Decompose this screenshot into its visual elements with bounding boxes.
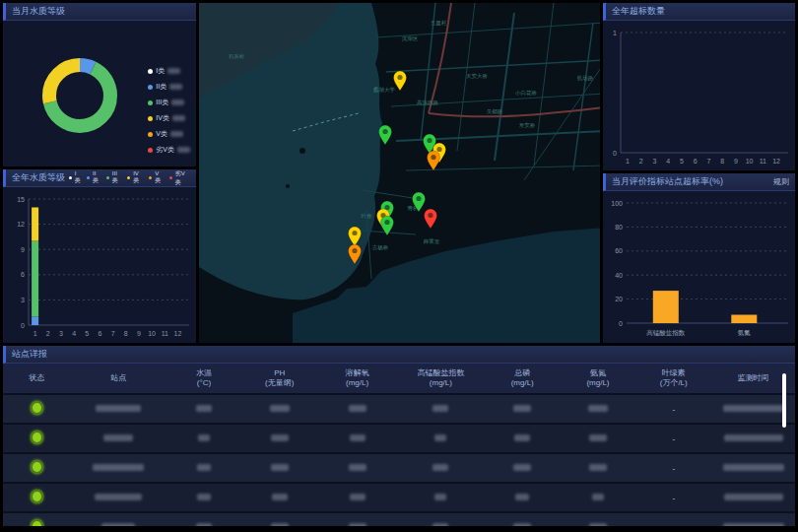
legend-item-II类[interactable]: II类 bbox=[87, 170, 101, 185]
legend-item-IV类[interactable]: IV类 bbox=[148, 113, 190, 123]
svg-text:10: 10 bbox=[148, 330, 156, 337]
nh3n-cell bbox=[561, 512, 636, 526]
status-cell bbox=[3, 424, 71, 453]
tp-cell bbox=[485, 453, 561, 483]
panel-title: 当月评价指标站点超标率(%) bbox=[612, 175, 723, 188]
tp-cell bbox=[485, 424, 561, 453]
svg-text:0: 0 bbox=[613, 150, 617, 157]
panel-title: 全年水质等级 bbox=[12, 171, 65, 184]
table-row[interactable]: - bbox=[3, 483, 795, 512]
legend-item-III类[interactable]: III类 bbox=[106, 170, 122, 185]
donut-legend: I类 II类 III类 IV类 V类 劣V类 bbox=[148, 66, 190, 155]
table-row[interactable]: - bbox=[3, 424, 795, 453]
redacted-value bbox=[271, 523, 289, 527]
chlorophyll-cell: - bbox=[635, 424, 711, 453]
table-row[interactable]: - bbox=[3, 512, 795, 526]
legend-value-redacted bbox=[172, 115, 185, 121]
col-header-叶绿素: 叶绿素(万个/L) bbox=[635, 364, 711, 394]
codmn-cell bbox=[397, 394, 485, 424]
svg-text:60: 60 bbox=[615, 247, 623, 254]
rate-bar-氨氮[interactable] bbox=[731, 315, 757, 324]
legend-item-IV类[interactable]: IV类 bbox=[127, 170, 144, 185]
svg-text:0: 0 bbox=[619, 320, 623, 327]
nh3n-cell bbox=[561, 483, 636, 512]
nh3n-cell bbox=[561, 424, 636, 453]
rate-bar-高锰酸盐指数[interactable] bbox=[653, 291, 679, 323]
svg-text:1: 1 bbox=[626, 158, 630, 165]
col-header-氨氮: 氨氮(mg/L) bbox=[561, 364, 636, 394]
legend-item-III类[interactable]: III类 bbox=[148, 98, 190, 107]
exceed-rate-chart: 020406080100 高锰酸盐指数 氨氮 bbox=[603, 191, 795, 343]
svg-text:20: 20 bbox=[615, 296, 623, 302]
chlorophyll-cell: - bbox=[635, 394, 711, 424]
stacked-bar-II类[interactable] bbox=[32, 317, 38, 326]
svg-text:8: 8 bbox=[124, 330, 128, 337]
redacted-value bbox=[350, 494, 366, 500]
map-place-label: 蠡湖大学 bbox=[373, 86, 396, 93]
svg-text:3: 3 bbox=[652, 158, 656, 165]
nh3n-cell bbox=[561, 453, 636, 483]
redacted-value bbox=[271, 464, 289, 471]
map-place-label: 叶春 bbox=[362, 213, 373, 219]
table-scrollbar[interactable] bbox=[782, 373, 786, 428]
legend-value-redacted bbox=[171, 100, 184, 105]
legend-dot bbox=[127, 176, 130, 179]
codmn-cell bbox=[397, 453, 485, 483]
map-place-label: 机场路 bbox=[577, 75, 594, 82]
redacted-value bbox=[349, 405, 366, 412]
legend-dot bbox=[148, 85, 153, 90]
redacted-value bbox=[272, 494, 288, 500]
redacted-value bbox=[432, 523, 448, 527]
legend-label: 劣V类 bbox=[175, 169, 190, 187]
legend-dot bbox=[87, 176, 90, 179]
stacked-bar-III类[interactable] bbox=[32, 241, 38, 317]
legend-item-II类[interactable]: II类 bbox=[148, 82, 190, 92]
redacted-value bbox=[592, 494, 604, 500]
time-cell bbox=[711, 424, 795, 453]
exceed-rate-svg: 020406080100 高锰酸盐指数 氨氮 bbox=[603, 191, 791, 341]
right-column: 全年超标数量 1 0 123456789101112 当月评价指标站点超标率(%… bbox=[603, 3, 795, 343]
status-ok-dot bbox=[31, 460, 43, 474]
redacted-value bbox=[434, 434, 446, 441]
legend-dot bbox=[148, 148, 153, 153]
codmn-cell bbox=[397, 483, 485, 512]
redacted-value bbox=[198, 434, 210, 441]
legend-label: I类 bbox=[75, 170, 82, 185]
svg-text:0: 0 bbox=[21, 322, 25, 329]
temp-cell bbox=[166, 394, 242, 424]
legend-item-V类[interactable]: V类 bbox=[148, 129, 190, 139]
legend-label: IV类 bbox=[156, 113, 169, 123]
svg-text:12: 12 bbox=[772, 158, 780, 165]
col-header-站点: 站点 bbox=[71, 364, 166, 394]
table-row[interactable]: - bbox=[3, 394, 795, 424]
temp-cell bbox=[166, 512, 242, 526]
legend-value-redacted bbox=[167, 68, 180, 74]
svg-text:9: 9 bbox=[734, 158, 738, 165]
ph-cell bbox=[241, 394, 317, 424]
left-column: 当月水质等级 I类 II类 III类 IV类 V类 bbox=[3, 3, 196, 343]
stacked-bar-IV类[interactable] bbox=[32, 208, 38, 241]
map-panel[interactable]: 石灰岭五星村滨湖区蠡湖大学天安大桥机场路小白花桥高浪西路吴都路寿安桥青桥叶春古杨… bbox=[199, 3, 600, 343]
legend-item-I类[interactable]: I类 bbox=[148, 66, 190, 76]
status-cell bbox=[3, 512, 71, 526]
panel-month-rate: 当月评价指标站点超标率(%) 规则 020406080100 高锰酸盐指数 氨氮 bbox=[603, 173, 795, 343]
time-cell bbox=[711, 483, 795, 512]
station-cell bbox=[71, 424, 166, 453]
redacted-value bbox=[197, 464, 211, 471]
map-place-label: 滨湖区 bbox=[402, 35, 419, 42]
redacted-value bbox=[93, 464, 144, 471]
legend-item-劣V类[interactable]: 劣V类 bbox=[169, 169, 190, 187]
legend-item-I类[interactable]: I类 bbox=[69, 170, 82, 185]
col-header-状态: 状态 bbox=[3, 364, 71, 394]
map-place-label: 小白花桥 bbox=[514, 90, 538, 97]
svg-text:40: 40 bbox=[615, 272, 623, 279]
city-map[interactable]: 石灰岭五星村滨湖区蠡湖大学天安大桥机场路小白花桥高浪西路吴都路寿安桥青桥叶春古杨… bbox=[199, 3, 600, 343]
redacted-value bbox=[723, 405, 784, 412]
redacted-value bbox=[513, 523, 531, 527]
table-row[interactable]: - bbox=[3, 453, 795, 483]
table-header-row: 状态站点水温(°C)PH(无量纲)溶解氧(mg/L)高锰酸盐指数(mg/L)总磷… bbox=[3, 364, 795, 394]
legend-item-劣V类[interactable]: 劣V类 bbox=[148, 145, 190, 155]
legend-item-V类[interactable]: V类 bbox=[149, 170, 164, 185]
rules-link[interactable]: 规则 bbox=[773, 176, 789, 187]
redacted-value bbox=[432, 405, 448, 412]
